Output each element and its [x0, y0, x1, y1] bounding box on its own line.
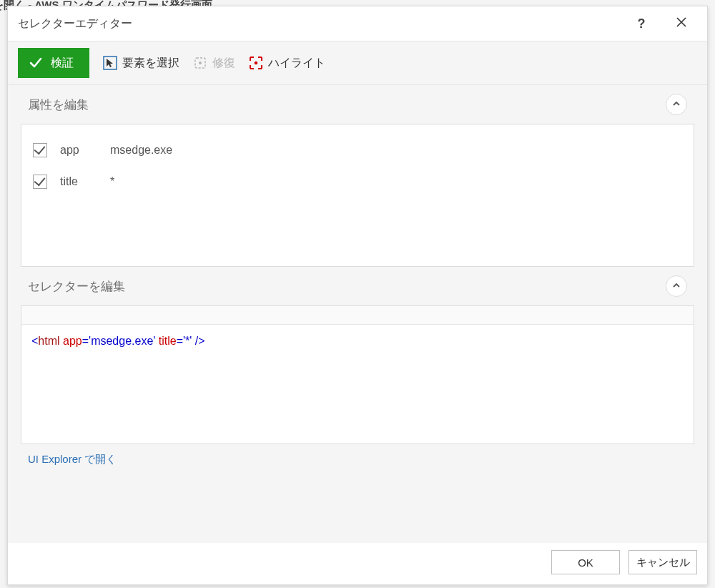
attribute-checkbox[interactable] — [33, 175, 47, 189]
footer-links: UI Explorer で開く — [21, 444, 694, 472]
attribute-name: app — [60, 144, 97, 157]
attribute-value[interactable]: msedge.exe — [110, 144, 172, 157]
check-icon — [28, 55, 44, 71]
selector-code-editor[interactable]: <html app='msedge.exe' title='*' /> — [21, 325, 694, 358]
repair-button: 修復 — [192, 55, 235, 71]
cursor-icon — [102, 55, 118, 71]
selector-section-header: セレクターを編集 — [21, 267, 694, 305]
attributes-section-header: 属性を編集 — [21, 85, 694, 124]
validate-label: 検証 — [51, 56, 74, 71]
titlebar: セレクターエディター ? — [8, 6, 707, 41]
chevron-up-icon — [672, 279, 681, 293]
dialog-body: 属性を編集 app msedge.exe title * セレクターを編集 — [8, 85, 707, 543]
svg-point-2 — [199, 62, 202, 64]
cancel-button[interactable]: キャンセル — [628, 550, 697, 574]
attributes-panel: app msedge.exe title * — [21, 124, 694, 267]
selector-editor-dialog: セレクターエディター ? 検証 要素を選択 修復 — [7, 6, 708, 585]
attribute-value[interactable]: * — [110, 175, 114, 188]
selector-section-title: セレクターを編集 — [28, 278, 125, 295]
select-element-button[interactable]: 要素を選択 — [102, 55, 179, 71]
attribute-name: title — [60, 175, 97, 188]
toolbar: 検証 要素を選択 修復 ハイライト — [8, 41, 707, 85]
attribute-row: app msedge.exe — [33, 134, 682, 166]
help-button[interactable]: ? — [621, 6, 661, 41]
attributes-collapse-button[interactable] — [666, 94, 687, 115]
highlight-button[interactable]: ハイライト — [248, 55, 325, 71]
validate-button[interactable]: 検証 — [18, 48, 89, 78]
selector-gutter — [21, 306, 694, 325]
footer-buttons: OK キャンセル — [8, 543, 707, 584]
highlight-icon — [248, 55, 264, 71]
highlight-label: ハイライト — [268, 56, 325, 71]
chevron-up-icon — [672, 97, 681, 112]
selector-collapse-button[interactable] — [666, 275, 687, 297]
repair-label: 修復 — [212, 56, 235, 71]
ok-button[interactable]: OK — [551, 550, 620, 574]
attribute-checkbox[interactable] — [33, 143, 47, 157]
close-icon — [676, 16, 687, 31]
svg-point-3 — [255, 62, 258, 65]
close-button[interactable] — [661, 6, 701, 41]
dialog-title: セレクターエディター — [18, 16, 621, 31]
select-element-label: 要素を選択 — [122, 56, 179, 71]
open-ui-explorer-link[interactable]: UI Explorer で開く — [28, 453, 117, 465]
selector-panel: <html app='msedge.exe' title='*' /> — [21, 305, 694, 444]
attribute-row: title * — [33, 166, 682, 197]
target-square-icon — [192, 55, 208, 71]
attributes-section-title: 属性を編集 — [28, 97, 89, 113]
